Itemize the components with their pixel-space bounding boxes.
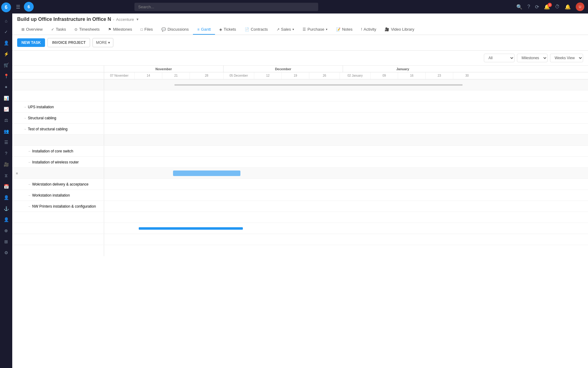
row-printers-label: → NW Printers installation & configurati… — [12, 201, 104, 212]
tab-tasks[interactable]: ✓ Tasks — [47, 25, 70, 35]
gantt-row-1 — [12, 90, 588, 102]
notifications-icon[interactable]: 🔔 3 — [544, 4, 550, 10]
milestones-icon: ⚑ — [108, 27, 111, 32]
new-task-button[interactable]: NEW TASK — [17, 38, 45, 47]
month-january: January — [343, 66, 462, 72]
project-client-name[interactable]: Accenture — [116, 17, 134, 22]
search-icon[interactable]: 🔍 — [516, 4, 522, 10]
toolbar: NEW TASK INVOICE PROJECT MORE ▾ — [12, 35, 588, 51]
date-05dec: 05 December — [224, 72, 254, 79]
sidebar-icon-contact[interactable]: 👤 — [1, 215, 11, 224]
arrow-core: → — [28, 149, 31, 153]
sidebar-icon-star[interactable]: ✦ — [1, 82, 11, 92]
notification-badge: 3 — [548, 3, 552, 7]
date-23: 23 — [426, 72, 453, 79]
user-avatar[interactable]: U — [576, 2, 584, 11]
sidebar-icon-filter[interactable]: ⚡ — [1, 49, 11, 59]
gantt-icon: ≡ — [197, 27, 199, 32]
sidebar-icon-users[interactable]: 👤 — [1, 38, 11, 48]
tab-timesheets[interactable]: ⊙ Timesheets — [70, 25, 104, 35]
main-content: ☰ 6 🔍 ? ⟳ 🔔 3 ⏱ 🔔 U Build up Office Infr… — [12, 0, 588, 368]
sidebar-icon-calendar[interactable]: 📅 — [1, 182, 11, 191]
tab-discussions[interactable]: 💬 Discussions — [157, 25, 193, 35]
tab-files[interactable]: □ Files — [136, 25, 157, 35]
gantt-row-wireless: → Installation of wireless router — [12, 157, 588, 168]
filter-select[interactable]: All — [484, 54, 514, 62]
row-0-bar — [175, 84, 462, 86]
date-28: 28 — [190, 72, 224, 79]
tab-sales[interactable]: ↗ Sales ▾ — [272, 25, 299, 35]
sidebar-icon-menu[interactable]: ☰ — [1, 137, 11, 147]
arrow-ups: → — [23, 105, 27, 109]
date-19: 19 — [282, 72, 309, 79]
bell-icon[interactable]: 🔔 — [565, 4, 571, 10]
sidebar-icon-chart[interactable]: 📊 — [1, 93, 11, 103]
view-select[interactable]: Weeks View — [550, 54, 583, 62]
sidebar-icon-network[interactable]: ⊕ — [1, 226, 11, 236]
tab-overview[interactable]: ⊞ Overview — [17, 25, 47, 35]
tab-contracts[interactable]: 📄 Contracts — [240, 25, 272, 35]
sidebar-icon-team[interactable]: 👥 — [1, 126, 11, 136]
row-0-label — [12, 79, 104, 90]
project-tabs: ⊞ Overview ✓ Tasks ⊙ Timesheets ⚑ Milest… — [17, 25, 583, 35]
row-wireless-cells — [104, 157, 588, 167]
sidebar-icon-scales[interactable]: ⚖ — [1, 115, 11, 125]
invoice-project-button[interactable]: INVOICE PROJECT — [47, 38, 90, 47]
sidebar-icon-anchor[interactable]: ⚓ — [1, 204, 11, 213]
row-12-cells — [104, 212, 588, 223]
tab-notes[interactable]: 📝 Notes — [332, 25, 357, 35]
row-0-cells — [104, 79, 588, 90]
tab-milestones[interactable]: ⚑ Milestones — [104, 25, 136, 35]
sales-icon: ↗ — [277, 27, 280, 32]
sidebar-icon-analytics[interactable]: 📈 — [1, 104, 11, 114]
overview-icon: ⊞ — [21, 27, 24, 32]
row-1-cells — [104, 90, 588, 101]
gantt-row-printers: → NW Printers installation & configurati… — [12, 201, 588, 212]
purchase-icon: ☰ — [303, 27, 306, 32]
gantt-controls: All Milestones Weeks View — [12, 51, 588, 66]
client-dropdown-icon[interactable]: ▼ — [136, 17, 139, 21]
project-client: - — [113, 17, 114, 22]
sidebar-icon-dashboard2[interactable]: ⊞ — [1, 237, 11, 247]
sidebar-icon-location[interactable]: 📍 — [1, 71, 11, 81]
sidebar-icon-profile[interactable]: 👤 — [1, 193, 11, 202]
hamburger-menu-icon[interactable]: ☰ — [16, 4, 20, 10]
search-container — [134, 3, 318, 11]
help-icon[interactable]: ? — [527, 4, 530, 10]
row-progress-label — [12, 223, 104, 234]
milestone-select[interactable]: Milestones — [517, 54, 548, 62]
tab-purchase[interactable]: ☰ Purchase ▾ — [298, 25, 332, 35]
month-december: December — [224, 66, 343, 72]
notes-icon: 📝 — [336, 27, 341, 32]
tab-tickets[interactable]: ◈ Tickets — [215, 25, 240, 35]
project-title: Build up Office Infrastructure in Office… — [17, 17, 583, 22]
sidebar-icon-filter2[interactable]: ⧖ — [1, 171, 11, 180]
row-core-label: → Installation of core switch — [12, 146, 104, 156]
tickets-icon: ◈ — [219, 27, 222, 32]
app-logo[interactable]: 6 — [1, 2, 11, 12]
row-wireless-label: → Installation of wireless router — [12, 157, 104, 167]
sidebar-icon-settings[interactable]: ⚙ — [1, 248, 11, 258]
sidebar-icon-help[interactable]: ? — [1, 148, 11, 158]
sidebar-icon-tasks[interactable]: ✓ — [1, 27, 11, 37]
history-icon[interactable]: ⟳ — [535, 4, 539, 10]
gantt-container[interactable]: All Milestones Weeks View — [12, 51, 588, 368]
row-1-label — [12, 90, 104, 101]
tab-activity[interactable]: ! Activity — [357, 25, 381, 35]
gantt-row-empty2 — [12, 245, 588, 256]
sidebar-icon-home[interactable]: ⌂ — [1, 16, 11, 26]
sidebar-icon-cart[interactable]: 🛒 — [1, 60, 11, 70]
topbar-brand-logo[interactable]: 6 — [24, 2, 34, 12]
gantt-row-8: ≡ — [12, 168, 588, 179]
date-30: 30 — [453, 72, 481, 79]
timesheets-icon: ⊙ — [74, 27, 77, 32]
search-input[interactable] — [134, 3, 318, 11]
more-button[interactable]: MORE ▾ — [92, 38, 113, 47]
tab-video-library[interactable]: 🎥 Video Library — [380, 25, 418, 35]
sidebar-icon-video[interactable]: 🎥 — [1, 159, 11, 169]
row-8-label: ≡ — [12, 168, 104, 178]
topbar: ☰ 6 🔍 ? ⟳ 🔔 3 ⏱ 🔔 U — [12, 0, 588, 13]
clock-icon[interactable]: ⏱ — [555, 4, 560, 10]
row-wkdelivery-cells — [104, 179, 588, 190]
tab-gantt[interactable]: ≡ Gantt — [193, 25, 215, 35]
